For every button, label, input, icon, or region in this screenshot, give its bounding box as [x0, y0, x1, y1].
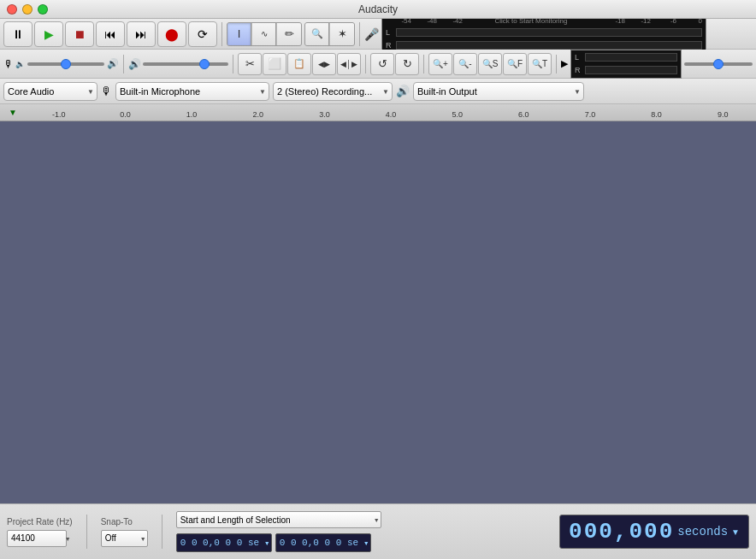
mic-device-icon: 🎙: [101, 85, 112, 97]
output-meter-R: R: [575, 65, 677, 76]
big-time-display: 000,000 seconds ▼: [559, 515, 749, 549]
input-meter[interactable]: -54 -48 -42 Click to Start Monitoring -1…: [381, 15, 706, 53]
time-field-1-select[interactable]: 0 0 0,0 0 0 seconds: [176, 533, 272, 552]
status-divider-2: [162, 515, 162, 549]
snap-to-select[interactable]: Off: [101, 530, 148, 547]
loop-button[interactable]: ⟳: [188, 21, 217, 47]
playback-icon: ▶: [561, 58, 568, 69]
window-title: Audacity: [358, 3, 398, 15]
output-volume-slider[interactable]: [143, 62, 228, 66]
trim-button[interactable]: ◀▶: [312, 53, 336, 75]
snap-to-section: Snap-To Off: [101, 517, 148, 547]
input-volume-slider[interactable]: [27, 62, 104, 66]
draw-tool-button[interactable]: ✏: [277, 23, 301, 45]
zoom-out-button[interactable]: 🔍-: [453, 53, 477, 75]
input-meter-L-track: [396, 28, 702, 37]
big-time-unit: seconds: [677, 525, 728, 538]
edit-toolbar: 🎙 🔈 🔊 🔊 ✂ ⬜ 📋 ◀▶ ◀│▶ ↺ ↻ 🔍+ 🔍- 🔍S 🔍F 🔍T …: [0, 50, 756, 79]
mic-icon: 🎤: [364, 27, 379, 41]
input-meter-R: R: [386, 39, 702, 50]
project-rate-select[interactable]: 44100: [7, 530, 67, 547]
main-canvas[interactable]: [0, 121, 756, 503]
zoom-toggle-button[interactable]: 🔍T: [528, 53, 552, 75]
zoom-fit-button[interactable]: 🔍F: [503, 53, 527, 75]
stop-button[interactable]: ⏹: [65, 21, 94, 47]
selection-mode-wrapper: Start and Length of Selection: [176, 511, 381, 528]
divider-4: [233, 55, 233, 74]
envelope-tool-button[interactable]: ∿: [252, 23, 276, 45]
channel-select[interactable]: 2 (Stereo) Recording...: [273, 82, 393, 101]
skip-end-button[interactable]: ⏭: [127, 21, 156, 47]
cut-button[interactable]: ✂: [238, 53, 262, 75]
playback-speed-slider[interactable]: [684, 62, 753, 66]
tools-group-2: 🔍 ✶: [304, 22, 355, 46]
transport-toolbar: ⏸ ▶ ⏹ ⏮ ⏭ ⬤ ⟳ I ∿ ✏ 🔍 ✶: [0, 19, 756, 50]
device-toolbar: Core Audio 🎙 Built-in Microphone 2 (Ster…: [0, 79, 756, 104]
audio-host-wrapper: Core Audio: [3, 82, 97, 101]
play-button[interactable]: ▶: [34, 21, 63, 47]
big-time-dropdown[interactable]: ▼: [731, 527, 740, 537]
output-meter-L: L: [575, 52, 677, 63]
output-device-wrapper: Built-in Output: [413, 82, 584, 101]
status-divider-1: [86, 515, 87, 549]
maximize-button[interactable]: [38, 4, 48, 15]
input-volume-high-icon: 🔊: [107, 58, 119, 69]
output-volume-slider-container: [143, 62, 228, 66]
snap-to-label: Snap-To: [101, 517, 148, 527]
input-volume-icon: 🎙: [3, 58, 14, 70]
select-tool-button[interactable]: I: [227, 23, 251, 45]
zoom-sel-button[interactable]: 🔍S: [478, 53, 502, 75]
input-meter-L: L: [386, 26, 702, 38]
input-meter-R-track: [396, 41, 702, 50]
output-meter[interactable]: L R: [570, 50, 682, 79]
input-device-select[interactable]: Built-in Microphone: [115, 82, 269, 101]
timeline-ruler: ▼ -1.0 0.0 1.0 2.0 3.0 4.0 5.0 6.0 7.0 8…: [0, 104, 756, 121]
minimize-button[interactable]: [22, 4, 32, 15]
playback-speed-slider-container: [684, 62, 753, 66]
output-device-select[interactable]: Built-in Output: [413, 82, 584, 101]
big-time-text: 000,000: [569, 519, 674, 544]
divider-3: [123, 55, 124, 74]
undo-button[interactable]: ↺: [370, 53, 394, 75]
input-volume-slider-container: 🔈 🔊: [15, 58, 119, 69]
skip-start-button[interactable]: ⏮: [96, 21, 125, 47]
snap-to-wrapper: Off: [101, 530, 148, 547]
output-volume-icon: 🔊: [128, 58, 141, 70]
status-bar: Project Rate (Hz) 44100 Snap-To Off Star…: [0, 503, 756, 559]
channel-wrapper: 2 (Stereo) Recording...: [273, 82, 393, 101]
undo-redo-buttons: ↺ ↻: [370, 53, 419, 75]
multi-tool-button[interactable]: ✶: [330, 23, 354, 45]
playhead-marker: ▼: [9, 108, 17, 117]
time-field-2-wrapper: 0 0 0,0 0 0 seconds: [275, 533, 371, 552]
window-controls: [7, 4, 48, 15]
edit-buttons: ✂ ⬜ 📋 ◀▶ ◀│▶: [238, 53, 361, 75]
paste-button[interactable]: 📋: [287, 53, 311, 75]
audio-host-select[interactable]: Core Audio: [3, 82, 97, 101]
divider-1: [221, 22, 222, 46]
zoom-buttons: 🔍+ 🔍- 🔍S 🔍F 🔍T: [428, 53, 552, 75]
project-rate-wrapper: 44100: [7, 530, 73, 547]
output-meter-R-track: [585, 66, 677, 74]
silence-button[interactable]: ◀│▶: [337, 53, 361, 75]
divider-6: [423, 55, 424, 74]
time-field-2-select[interactable]: 0 0 0,0 0 0 seconds: [275, 533, 371, 552]
zoom-tool-button[interactable]: 🔍: [305, 23, 329, 45]
zoom-in-button[interactable]: 🔍+: [428, 53, 452, 75]
pause-button[interactable]: ⏸: [3, 21, 32, 47]
ruler-marks: -1.0 0.0 1.0 2.0 3.0 4.0 5.0 6.0 7.0 8.0…: [26, 110, 756, 119]
selection-mode-select[interactable]: Start and Length of Selection: [176, 511, 381, 528]
close-button[interactable]: [7, 4, 17, 15]
selection-mode-label: Start and Length of Selection: [176, 511, 381, 528]
divider-7: [556, 55, 557, 74]
time-fields: 0 0 0,0 0 0 seconds 0 0 0,0 0 0 seconds: [176, 533, 381, 552]
input-device-wrapper: Built-in Microphone: [115, 82, 269, 101]
project-rate-section: Project Rate (Hz) 44100: [7, 517, 73, 547]
output-meter-L-track: [585, 53, 677, 62]
copy-button[interactable]: ⬜: [263, 53, 286, 75]
input-volume-low-icon: 🔈: [15, 60, 25, 68]
selection-section: Start and Length of Selection 0 0 0,0 0 …: [176, 511, 381, 552]
divider-2: [359, 22, 360, 46]
redo-button[interactable]: ↻: [395, 53, 419, 75]
project-rate-label: Project Rate (Hz): [7, 517, 73, 527]
record-button[interactable]: ⬤: [157, 21, 186, 47]
